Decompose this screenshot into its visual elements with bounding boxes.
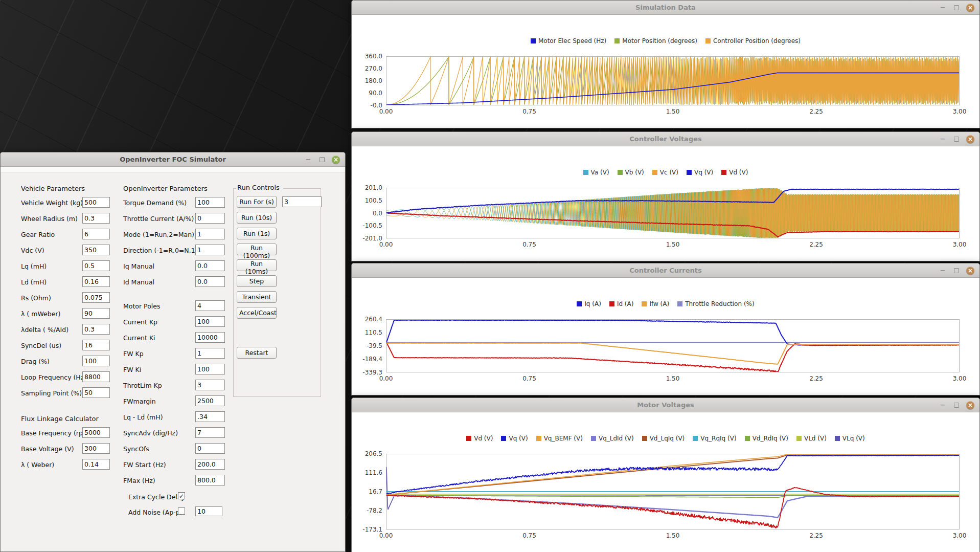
torque-demand-input[interactable] <box>195 197 225 208</box>
iq-manual-input[interactable] <box>195 260 225 271</box>
legend-label: Ifw (A) <box>649 300 669 307</box>
mweber-input[interactable] <box>82 308 110 319</box>
drag-input[interactable] <box>82 356 110 366</box>
add-noise-ap-p-checkbox[interactable] <box>178 507 185 515</box>
chart-window-title: Simulation Data <box>352 4 979 11</box>
ld-mh-input[interactable] <box>82 276 110 287</box>
close-button[interactable]: × <box>966 4 974 12</box>
run-for-s-input[interactable] <box>282 196 322 207</box>
direction-1-r-0-n-1-f-input[interactable] <box>195 245 225 255</box>
sampling-point-input[interactable] <box>82 387 110 398</box>
rs-ohm-input[interactable] <box>82 292 110 303</box>
loop-frequency-hz-input[interactable] <box>82 371 110 382</box>
run-10ms-button[interactable]: Run (10ms) <box>237 259 277 271</box>
param-row: FW Ki <box>123 363 224 379</box>
chart-window-titlebar[interactable]: Controller Currents−× <box>352 263 979 278</box>
param-row: Gear Ratio <box>21 228 109 244</box>
throtlim-kp-input[interactable] <box>195 380 225 390</box>
chart-canvas <box>386 188 959 238</box>
chart-window-titlebar[interactable]: Simulation Data−× <box>352 1 979 15</box>
gear-ratio-input[interactable] <box>82 229 110 239</box>
chart-window-titlebar[interactable]: Controller Voltages−× <box>352 132 979 146</box>
x-axis-ticks: 0.000.751.502.253.00 <box>386 375 960 384</box>
param-row: FW Kp <box>123 347 224 363</box>
run-10s-button[interactable]: Run (10s) <box>237 212 277 224</box>
add-noise-ap-p-input[interactable] <box>195 506 222 516</box>
motor-poles-input[interactable] <box>195 300 225 311</box>
minimize-button[interactable]: − <box>939 401 947 409</box>
syncofs-input[interactable] <box>195 443 225 454</box>
legend-swatch <box>693 436 698 441</box>
legend-item-vq-bemf-v: Vq_BEMF (V) <box>536 435 583 442</box>
close-button[interactable]: × <box>332 156 340 164</box>
step-button[interactable]: Step <box>237 275 277 287</box>
syncadv-dig-hz-input[interactable] <box>195 427 225 438</box>
legend-label: Va (V) <box>591 169 609 176</box>
run-for-s-button[interactable]: Run For (s) <box>237 196 277 208</box>
weber-input[interactable] <box>82 459 110 470</box>
chart-legend: Vd (V)Vq (V)Vq_BEMF (V)Vq_LdId (V)Vd_LqI… <box>352 434 979 443</box>
param-row: SyncAdv (dig/Hz) <box>123 427 224 443</box>
chart-body: Va (V)Vb (V)Vc (V)Vq (V)Vd (V)201.0100.5… <box>352 168 979 250</box>
run-1s-button[interactable]: Run (1s) <box>237 228 277 239</box>
minimize-button[interactable]: − <box>939 4 947 12</box>
current-kp-input[interactable] <box>195 316 225 327</box>
minimize-button[interactable]: − <box>939 267 947 275</box>
param-row: FW Start (Hz) <box>123 458 224 474</box>
base-voltage-v-input[interactable] <box>82 443 110 454</box>
param-row: Rs (Ohm) <box>21 292 109 307</box>
unmaximize-icon <box>320 157 325 162</box>
unmaximize-button[interactable] <box>318 156 326 164</box>
window-buttons: −× <box>939 401 979 409</box>
current-ki-input[interactable] <box>195 332 225 343</box>
unmaximize-button[interactable] <box>952 4 961 12</box>
fw-start-hz-input[interactable] <box>195 459 225 470</box>
close-button[interactable]: × <box>966 267 974 275</box>
delta-aid-input[interactable] <box>82 324 110 335</box>
extra-cycle-delay-checkbox[interactable]: ✓ <box>178 492 185 499</box>
lq-ld-mh-input[interactable] <box>195 411 225 422</box>
legend-item-motor-position-degrees: Motor Position (degrees) <box>614 37 697 45</box>
unmaximize-button[interactable] <box>952 135 961 143</box>
restart-button[interactable]: Restart <box>237 347 277 359</box>
controller-voltages-window: Controller Voltages−×Va (V)Vb (V)Vc (V)V… <box>351 131 980 261</box>
lq-ld-mh-label: Lq - Ld (mH) <box>123 413 163 421</box>
throttle-current-a-input[interactable] <box>195 213 225 224</box>
fmax-hz-input[interactable] <box>195 475 225 485</box>
fw-kp-input[interactable] <box>195 348 225 359</box>
vdc-v-input[interactable] <box>82 245 110 255</box>
lq-mh-input[interactable] <box>82 260 110 271</box>
minimize-button[interactable]: − <box>939 135 947 143</box>
unmaximize-button[interactable] <box>952 401 961 409</box>
base-frequency-rpm-input[interactable] <box>82 427 110 438</box>
syncdel-us-input[interactable] <box>82 340 110 350</box>
close-icon: × <box>968 401 973 409</box>
checkbox-row: Extra Cycle Delay✓ <box>128 490 224 505</box>
mode-1-run-2-man-input[interactable] <box>195 229 225 239</box>
minimize-button[interactable]: − <box>304 156 312 164</box>
id-manual-input[interactable] <box>195 276 225 287</box>
legend-label: Vd_LqIq (V) <box>650 435 685 442</box>
legend-item-vd-v: Vd (V) <box>466 435 493 442</box>
chart-body: Vd (V)Vq (V)Vq_BEMF (V)Vq_LdId (V)Vd_LqI… <box>352 434 979 541</box>
button-row: Accel/Coast <box>237 307 320 323</box>
param-row: Lq (mH) <box>21 260 109 276</box>
unmaximize-button[interactable] <box>952 267 961 275</box>
run-for-row: Run For (s) <box>237 196 320 212</box>
foc-window-titlebar[interactable]: OpenInverter FOC Simulator −× <box>1 152 345 167</box>
param-row: Throttle Current (A/%) <box>123 212 224 228</box>
y-tick-label: 90.0 <box>369 90 382 97</box>
legend-swatch <box>536 436 541 441</box>
close-button[interactable]: × <box>966 401 974 409</box>
fw-ki-input[interactable] <box>195 364 225 374</box>
wheel-radius-m-input[interactable] <box>82 213 110 224</box>
vehicle-weight-kg-input[interactable] <box>82 197 110 208</box>
fwmargin-input[interactable] <box>195 395 225 406</box>
transient-button[interactable]: Transient <box>237 291 277 303</box>
accel-coast-button[interactable]: Accel/Coast <box>237 307 277 319</box>
chart-window-titlebar[interactable]: Motor Voltages−× <box>352 398 979 412</box>
legend-label: Id (A) <box>617 300 634 307</box>
x-tick-label: 0.75 <box>522 375 536 382</box>
run-100ms-button[interactable]: Run (100ms) <box>237 244 277 255</box>
close-button[interactable]: × <box>966 135 974 143</box>
